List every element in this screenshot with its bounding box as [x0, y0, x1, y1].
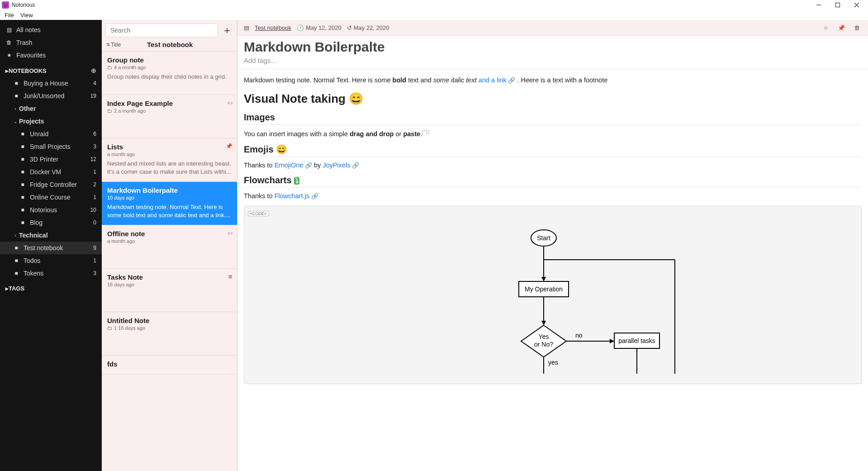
sidebar-item-todos[interactable]: ■ Todos 1: [0, 254, 102, 267]
flowchartjs-link[interactable]: Flowchart.js: [275, 192, 309, 200]
emojione-link[interactable]: EmojiOne: [275, 162, 304, 169]
note-toolbar: ▤ Test notebook 🕑May 12, 2020 ↺May 22, 2…: [237, 20, 868, 36]
delete-button[interactable]: 🗑: [852, 23, 862, 33]
note-meta: 10 days ago: [107, 195, 134, 200]
sidebar-item-test-notebook[interactable]: ■ Test notebook 9: [0, 242, 102, 254]
note-title: Index Page Example: [107, 100, 232, 107]
note-card[interactable]: fds: [102, 356, 237, 375]
breadcrumb-notebook[interactable]: Test notebook: [255, 24, 291, 31]
menu-file[interactable]: File: [5, 12, 14, 19]
sidebar-item-label: Projects: [19, 118, 44, 125]
images-paragraph: You can insert images with a simple drag…: [244, 129, 862, 138]
note-title-heading[interactable]: Markdown Boilerpalte: [237, 36, 868, 57]
menu-view[interactable]: View: [20, 12, 33, 19]
note-card[interactable]: Tasks Note 18 days ago ≣: [102, 269, 237, 312]
svg-marker-11: [541, 321, 546, 325]
svg-marker-14: [610, 339, 614, 343]
window-minimize-icon[interactable]: [816, 2, 822, 8]
note-card-selected[interactable]: Markdown Boilerpalte 10 days ago Markdow…: [102, 182, 237, 225]
notes-icon: ▤: [5, 27, 13, 33]
sidebar-item-3d-printer[interactable]: ■ 3D Printer 12: [0, 153, 102, 166]
intro-paragraph: Markdown testing note. Normal Text. Here…: [244, 76, 862, 84]
svg-marker-6: [541, 277, 546, 281]
note-editor[interactable]: Markdown testing note. Normal Text. Here…: [237, 69, 868, 471]
tags-input[interactable]: Add tags...: [237, 57, 868, 69]
sidebar-item-small-projects[interactable]: ■ Small Projects 3: [0, 140, 102, 153]
note-title: Markdown Boilerpalte: [107, 186, 232, 194]
note-meta: a month ago: [107, 152, 135, 157]
sidebar-item-buying-a-house[interactable]: ■ Buying a House 4: [0, 77, 102, 90]
folder-icon: ■: [19, 169, 26, 175]
note-title: Untitled Note: [107, 317, 232, 324]
folder-icon: ■: [13, 93, 20, 99]
sidebar-item-label: Junk/Unsorted: [24, 92, 64, 100]
sidebar-item-junk-unsorted[interactable]: ■ Junk/Unsorted 19: [0, 90, 102, 102]
sidebar-item-count: 0: [93, 219, 96, 226]
heading-images: Images: [244, 112, 862, 123]
sidebar-item-label: Tokens: [24, 270, 43, 277]
folder-icon: ■: [19, 219, 26, 226]
sidebar-item-count: 3: [93, 270, 96, 276]
sidebar-item-label: Unraid: [30, 130, 48, 138]
favourite-button[interactable]: ☆: [821, 23, 831, 33]
sidebar-item-label: Online Course: [30, 194, 71, 201]
notebook-title: Test notebook: [121, 41, 219, 48]
sidebar-item-label: 3D Printer: [30, 156, 58, 163]
sort-label[interactable]: Title: [111, 42, 121, 48]
chevron-right-icon: ›: [13, 106, 18, 111]
window-close-icon[interactable]: [854, 2, 860, 8]
created-date: May 12, 2020: [306, 24, 342, 31]
footnote-ref: [^1]: [422, 129, 429, 134]
add-notebook-icon[interactable]: ⊕: [91, 67, 96, 74]
sidebar-item-blog[interactable]: ■ Blog 0: [0, 216, 102, 229]
sidebar-item-fridge-controller[interactable]: ■ Fridge Controller 2: [0, 178, 102, 191]
chevron-down-icon: ⌄: [13, 119, 18, 124]
sidebar-header-label: TAGS: [9, 285, 24, 292]
sidebar-item-unraid[interactable]: ■ Unraid 6: [0, 128, 102, 140]
caret-right-icon: ▸: [5, 285, 9, 292]
folder-icon: ■: [13, 257, 20, 264]
joypixels-link[interactable]: JoyPixels: [323, 162, 350, 169]
sidebar-item-count: 12: [90, 156, 96, 162]
sidebar-item-other[interactable]: › Other: [0, 102, 102, 115]
sidebar-item-technical[interactable]: › Technical: [0, 229, 102, 242]
sidebar-item-count: 19: [90, 93, 96, 99]
sidebar-item-label: Other: [19, 105, 36, 112]
add-note-button[interactable]: ＋: [221, 24, 233, 37]
sort-icon[interactable]: ⇅: [106, 42, 110, 47]
sidebar-item-notorious[interactable]: ■ Notorious 10: [0, 204, 102, 216]
sidebar-favourites[interactable]: ★ Favourites: [0, 49, 102, 62]
sidebar-notebooks-header[interactable]: ▸ NOTEBOOKS ⊕: [0, 62, 102, 77]
sidebar-item-projects[interactable]: ⌄ Projects: [0, 115, 102, 128]
note-card[interactable]: Offline note a month ago ▭: [102, 225, 237, 269]
sidebar-item-online-course[interactable]: ■ Online Course 1: [0, 191, 102, 204]
trash-icon: 🗑: [5, 39, 13, 46]
window-maximize-icon[interactable]: [835, 2, 841, 8]
intro-link[interactable]: and a link: [479, 76, 507, 84]
note-preview: Group notes display their child notes in…: [107, 73, 232, 81]
sidebar-trash[interactable]: 🗑 Trash: [0, 36, 102, 49]
sidebar-item-docker-vm[interactable]: ■ Docker VM 1: [0, 166, 102, 178]
heading-visual-note-taking: Visual Note taking 😄: [244, 92, 862, 106]
flow-cond-label2: or No?: [534, 341, 553, 348]
note-card[interactable]: Group note 🗀4 a month ago Group notes di…: [102, 52, 237, 95]
sidebar-all-notes[interactable]: ▤ All notes: [0, 24, 102, 36]
sidebar-item-label: Todos: [24, 257, 40, 264]
flowchart-diagram: Start My Operation: [248, 216, 858, 378]
note-meta: 1 18 days ago: [114, 325, 145, 331]
search-input[interactable]: [105, 24, 218, 37]
sidebar-tags-header[interactable]: ▸ TAGS: [0, 280, 102, 295]
sidebar-item-count: 4: [93, 80, 96, 86]
index-icon: ▭: [228, 100, 232, 106]
history-icon: ↺: [347, 24, 352, 31]
pin-button[interactable]: 📌: [836, 23, 846, 33]
note-list[interactable]: Group note 🗀4 a month ago Group notes di…: [102, 52, 237, 471]
caret-right-icon: ▸: [5, 67, 9, 74]
sidebar-item-tokens[interactable]: ■ Tokens 3: [0, 267, 102, 280]
link-icon: 🔗: [351, 162, 360, 169]
note-card[interactable]: Untitled Note 🗀1 18 days ago: [102, 312, 237, 356]
sidebar-item-label: Small Projects: [30, 143, 70, 150]
note-card[interactable]: Lists a month ago Nested and mixed lists…: [102, 138, 237, 182]
note-card[interactable]: Index Page Example 🗀2 a month ago ▭: [102, 95, 237, 138]
sidebar-item-label: Notorious: [30, 206, 57, 214]
